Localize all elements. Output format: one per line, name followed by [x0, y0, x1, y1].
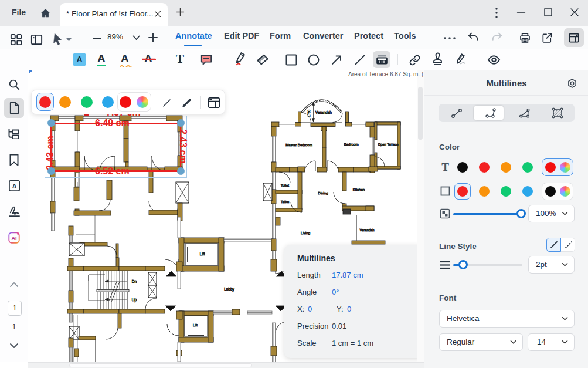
svg-text:Toilet: Toilet	[281, 200, 289, 204]
svg-text:Dining: Dining	[318, 191, 328, 195]
svg-text:1750: 1750	[307, 110, 311, 117]
svg-text:Lift: Lift	[193, 323, 198, 327]
svg-text:Lift: Lift	[200, 252, 205, 256]
svg-text:Verandah: Verandah	[360, 228, 375, 232]
svg-text:Open Terrace: Open Terrace	[378, 143, 398, 146]
svg-text:Living: Living	[301, 231, 311, 235]
svg-text:A: A	[12, 183, 17, 190]
svg-text:Dn: Dn	[132, 279, 137, 283]
svg-text:Kitchen: Kitchen	[353, 187, 365, 191]
svg-text:Master Bedroom: Master Bedroom	[285, 143, 312, 147]
svg-text:Toilet: Toilet	[281, 184, 289, 187]
svg-text:Lobby: Lobby	[224, 287, 234, 292]
svg-text:Verandah: Verandah	[315, 110, 332, 114]
svg-text:Up: Up	[132, 298, 137, 302]
svg-text:AI: AI	[11, 235, 16, 241]
svg-text:Bedroom: Bedroom	[344, 142, 358, 146]
